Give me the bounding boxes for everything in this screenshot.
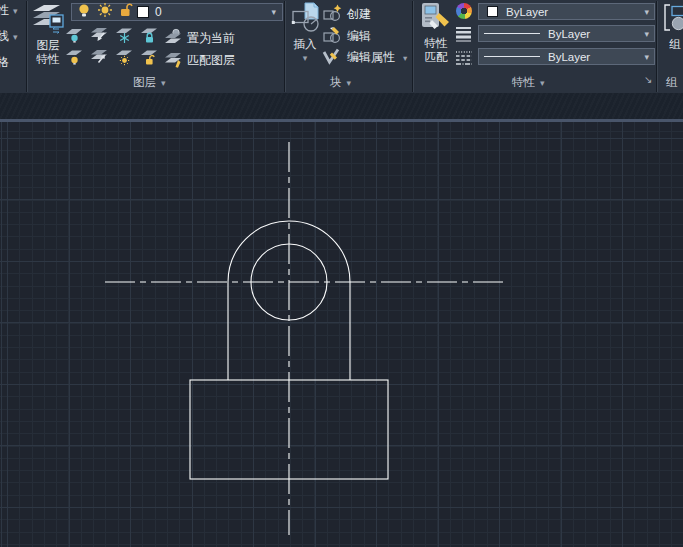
create-block-button[interactable]: 创建	[322, 4, 371, 25]
layer-freeze-button[interactable]	[114, 26, 134, 44]
layer-isolate-button[interactable]	[89, 26, 109, 44]
lineweight-dropdown[interactable]: ByLayer ▾	[478, 48, 655, 65]
linetype-icon[interactable]	[456, 50, 473, 70]
model-space-canvas[interactable]	[0, 122, 683, 547]
clipped-item-label: 线	[0, 28, 9, 45]
create-block-label: 创建	[347, 6, 371, 23]
panel-separator	[284, 1, 286, 92]
object-color-value: ByLayer	[506, 6, 548, 18]
chevron-down-icon: ▾	[13, 6, 18, 16]
sun-icon	[97, 2, 113, 22]
chevron-down-icon: ▾	[13, 32, 18, 42]
group-button[interactable]: 组	[660, 2, 683, 51]
layer-off-button[interactable]	[64, 26, 84, 44]
dialog-launcher-icon[interactable]: ↘	[644, 74, 652, 85]
edit-attributes-label: 编辑属性	[347, 49, 395, 66]
panel-separator	[412, 1, 414, 92]
chevron-down-icon[interactable]: ▾	[644, 29, 649, 39]
group-icon	[662, 2, 683, 37]
layer-unlock-button[interactable]	[139, 48, 159, 66]
edit-block-label: 编辑	[347, 28, 371, 45]
layer-dropdown[interactable]: 0 ▾	[71, 3, 283, 21]
layer-color-swatch	[137, 6, 149, 18]
group-panel-title: 组	[666, 75, 678, 90]
layer-properties-label-line2: 特性	[37, 52, 60, 66]
insert-block-label: 插入	[294, 37, 317, 51]
block-panel-title: 块	[330, 75, 342, 90]
autocad-window: 性 ▾ 线 ▾ 格	[0, 0, 683, 547]
edit-block-icon	[322, 26, 342, 47]
chevron-down-icon[interactable]: ▾	[644, 52, 649, 62]
group-panel: 组 组	[658, 0, 683, 93]
chevron-down-icon: ▾	[303, 53, 308, 63]
layer-dropdown-value: 0	[155, 5, 162, 19]
linetype-value: ByLayer	[548, 28, 590, 40]
edit-block-button[interactable]: 编辑	[322, 26, 371, 47]
layer-properties-button[interactable]: 图层 特性	[29, 2, 67, 66]
clipped-item-label: 性	[0, 2, 9, 19]
ribbon: 性 ▾ 线 ▾ 格	[0, 0, 683, 93]
linetype-sample-line	[484, 33, 540, 34]
set-current-layer-icon	[163, 28, 183, 49]
create-block-icon	[322, 4, 342, 25]
layer-on-button[interactable]	[64, 48, 84, 66]
layer-lock-button[interactable]	[139, 26, 159, 44]
lineweight-sample-line	[484, 56, 540, 57]
chevron-down-icon: ▾	[403, 53, 407, 63]
lineweight-value: ByLayer	[548, 51, 590, 63]
chevron-down-icon: ▾	[347, 78, 352, 88]
object-color-swatch	[487, 6, 498, 17]
insert-block-button[interactable]: 插入 ▾	[287, 2, 323, 63]
match-layer-label: 匹配图层	[187, 52, 235, 69]
chevron-down-icon: ▾	[540, 78, 545, 88]
ribbon-bottom-strip	[0, 93, 683, 119]
match-properties-label-line1: 特性	[425, 36, 448, 50]
clipped-item-2[interactable]: 线 ▾	[0, 28, 18, 45]
bulb-on-icon	[77, 3, 91, 22]
edit-attributes-button[interactable]: 编辑属性 ▾	[322, 47, 407, 68]
layers-panel-label[interactable]: 图层 ▾	[133, 75, 166, 90]
match-properties-icon	[419, 2, 453, 36]
linetype-dropdown[interactable]: ByLayer ▾	[478, 25, 655, 42]
layer-properties-label-line1: 图层	[37, 38, 60, 52]
properties-panel-label[interactable]: 特性 ▾	[512, 75, 545, 90]
edit-attributes-icon	[322, 47, 342, 68]
block-panel-label[interactable]: 块 ▾	[330, 75, 351, 90]
chevron-down-icon[interactable]: ▾	[271, 7, 276, 17]
set-current-layer-button[interactable]: 置为当前	[163, 28, 235, 49]
set-current-layer-label: 置为当前	[187, 30, 235, 47]
properties-panel-title: 特性	[512, 75, 535, 90]
clipped-item-1[interactable]: 性 ▾	[0, 2, 18, 19]
layer-thaw-button[interactable]	[114, 48, 134, 66]
match-layer-icon	[163, 50, 183, 71]
object-color-dropdown[interactable]: ByLayer ▾	[478, 3, 655, 20]
chevron-down-icon: ▾	[161, 78, 166, 88]
match-properties-label-line2: 匹配	[425, 50, 448, 64]
insert-block-icon	[290, 2, 320, 37]
clipped-item-label: 格	[0, 54, 9, 71]
layer-unisolate-button[interactable]	[89, 48, 109, 66]
match-layer-button[interactable]: 匹配图层	[163, 50, 235, 71]
unlock-icon	[118, 2, 133, 22]
clipped-left-panel: 性 ▾ 线 ▾ 格	[0, 0, 26, 93]
layer-stack-monitor-icon	[30, 2, 66, 38]
cad-drawing	[0, 122, 683, 547]
chevron-down-icon[interactable]: ▾	[644, 7, 649, 17]
color-wheel-icon[interactable]	[456, 3, 472, 19]
layers-panel-title: 图层	[133, 75, 156, 90]
panel-separator	[26, 1, 28, 92]
clipped-item-3[interactable]: 格	[0, 54, 9, 71]
group-panel-label[interactable]: 组	[666, 75, 678, 90]
match-properties-button[interactable]: 特性 匹配	[416, 2, 456, 64]
group-button-label: 组	[669, 37, 681, 51]
lineweight-icon[interactable]	[456, 26, 472, 46]
